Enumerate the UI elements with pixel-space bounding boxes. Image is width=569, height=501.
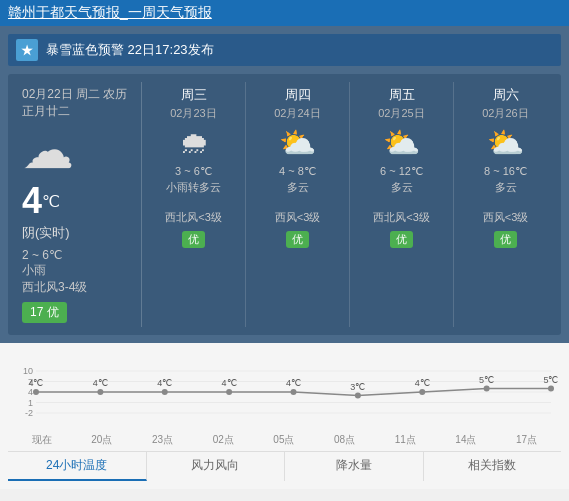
x-label-5: 08点 [334, 433, 355, 447]
svg-point-16 [226, 389, 232, 395]
x-label-4: 05点 [273, 433, 294, 447]
svg-point-26 [548, 386, 554, 392]
x-label-8: 17点 [516, 433, 537, 447]
forecast-area: 02月22日 周二 农历正月廿二 ☁ 4℃ 阴(实时) 2 ~ 6℃ 小雨 西北… [8, 74, 561, 335]
x-label-6: 11点 [395, 433, 416, 447]
day-desc-0: 小雨转多云 [144, 180, 243, 208]
chart-wrapper: 10741-24℃4℃4℃4℃4℃3℃4℃5℃5℃ [8, 351, 561, 431]
x-label-0: 现在 [32, 433, 52, 447]
day-date-2: 02月25日 [352, 106, 451, 121]
today-desc: 小雨 [22, 262, 131, 279]
day-name-2: 周五 [352, 86, 451, 104]
day-icon-0: 🌧 [144, 125, 243, 161]
day-wind-2: 西北风<3级 [352, 210, 451, 225]
svg-text:1: 1 [28, 398, 33, 408]
svg-text:10: 10 [23, 366, 33, 376]
svg-text:5℃: 5℃ [479, 375, 494, 385]
svg-text:4: 4 [28, 387, 33, 397]
today-aqi-value: 17 [30, 305, 43, 319]
svg-text:4℃: 4℃ [222, 378, 237, 388]
svg-text:-2: -2 [25, 408, 33, 418]
svg-point-20 [355, 393, 361, 399]
today-wind: 西北风3-4级 [22, 279, 131, 296]
svg-text:4℃: 4℃ [157, 378, 172, 388]
alert-star-icon: ★ [21, 43, 33, 58]
svg-text:3℃: 3℃ [350, 382, 365, 392]
day-date-0: 02月23日 [144, 106, 243, 121]
x-label-2: 23点 [152, 433, 173, 447]
x-label-3: 02点 [213, 433, 234, 447]
today-column: 02月22日 周二 农历正月廿二 ☁ 4℃ 阴(实时) 2 ~ 6℃ 小雨 西北… [12, 82, 142, 327]
chart-tabs[interactable]: 24小时温度风力风向降水量相关指数 [8, 451, 561, 481]
page-title-text: 赣州于都天气预报_一周天气预报 [8, 4, 212, 20]
page-title[interactable]: 赣州于都天气预报_一周天气预报 [0, 0, 569, 26]
day-col-1: 周四 02月24日 ⛅ 4 ~ 8℃ 多云 西风<3级 优 [246, 82, 350, 327]
day-range-2: 6 ~ 12℃ [352, 165, 451, 178]
svg-point-12 [97, 389, 103, 395]
svg-point-14 [162, 389, 168, 395]
day-aqi-0: 优 [182, 231, 205, 248]
day-aqi-1: 优 [286, 231, 309, 248]
svg-text:5℃: 5℃ [543, 375, 558, 385]
chart-x-labels: 现在20点23点02点05点08点11点14点17点 [8, 433, 561, 447]
temperature-chart: 10741-24℃4℃4℃4℃4℃3℃4℃5℃5℃ [8, 351, 561, 431]
day-aqi-3: 优 [494, 231, 517, 248]
day-col-0: 周三 02月23日 🌧 3 ~ 6℃ 小雨转多云 西北风<3级 优 [142, 82, 246, 327]
day-range-1: 4 ~ 8℃ [248, 165, 347, 178]
today-temp-row: 4℃ [22, 180, 131, 222]
day-col-3: 周六 02月26日 ⛅ 8 ~ 16℃ 多云 西风<3级 优 [454, 82, 557, 327]
svg-point-10 [33, 389, 39, 395]
today-weather-icon: ☁ [22, 124, 131, 176]
day-date-3: 02月26日 [456, 106, 555, 121]
svg-point-24 [484, 386, 490, 392]
day-name-1: 周四 [248, 86, 347, 104]
day-wind-0: 西北风<3级 [144, 210, 243, 225]
svg-text:4℃: 4℃ [286, 378, 301, 388]
svg-text:4℃: 4℃ [28, 378, 43, 388]
x-label-1: 20点 [91, 433, 112, 447]
day-icon-2: ⛅ [352, 125, 451, 161]
day-aqi-2: 优 [390, 231, 413, 248]
chart-area: 10741-24℃4℃4℃4℃4℃3℃4℃5℃5℃ 现在20点23点02点05点… [0, 343, 569, 489]
alert-icon: ★ [16, 39, 38, 61]
day-range-0: 3 ~ 6℃ [144, 165, 243, 178]
day-wind-1: 西风<3级 [248, 210, 347, 225]
today-aqi-badge: 17 优 [22, 302, 67, 323]
day-desc-2: 多云 [352, 180, 451, 208]
svg-text:4℃: 4℃ [415, 378, 430, 388]
svg-point-18 [291, 389, 297, 395]
chart-tab-0[interactable]: 24小时温度 [8, 452, 147, 481]
svg-text:4℃: 4℃ [93, 378, 108, 388]
alert-text: 暴雪蓝色预警 22日17:23发布 [46, 41, 214, 59]
day-icon-1: ⛅ [248, 125, 347, 161]
day-col-2: 周五 02月25日 ⛅ 6 ~ 12℃ 多云 西北风<3级 优 [350, 82, 454, 327]
day-desc-3: 多云 [456, 180, 555, 208]
day-range-3: 8 ~ 16℃ [456, 165, 555, 178]
day-name-3: 周六 [456, 86, 555, 104]
weather-container: ★ 暴雪蓝色预警 22日17:23发布 02月22日 周二 农历正月廿二 ☁ 4… [0, 26, 569, 343]
chart-tab-3[interactable]: 相关指数 [424, 452, 562, 481]
today-label: 阴(实时) [22, 224, 131, 242]
day-name-0: 周三 [144, 86, 243, 104]
day-desc-1: 多云 [248, 180, 347, 208]
future-days: 周三 02月23日 🌧 3 ~ 6℃ 小雨转多云 西北风<3级 优 周四 02月… [142, 82, 557, 327]
today-unit: ℃ [42, 193, 60, 210]
x-label-7: 14点 [455, 433, 476, 447]
svg-point-22 [419, 389, 425, 395]
alert-bar: ★ 暴雪蓝色预警 22日17:23发布 [8, 34, 561, 66]
day-icon-3: ⛅ [456, 125, 555, 161]
today-range: 2 ~ 6℃ [22, 248, 131, 262]
chart-tab-2[interactable]: 降水量 [285, 452, 424, 481]
today-date: 02月22日 周二 农历正月廿二 [22, 86, 131, 120]
today-temp: 4 [22, 180, 42, 221]
day-wind-3: 西风<3级 [456, 210, 555, 225]
day-date-1: 02月24日 [248, 106, 347, 121]
today-aqi-label: 优 [47, 305, 59, 319]
chart-tab-1[interactable]: 风力风向 [147, 452, 286, 481]
